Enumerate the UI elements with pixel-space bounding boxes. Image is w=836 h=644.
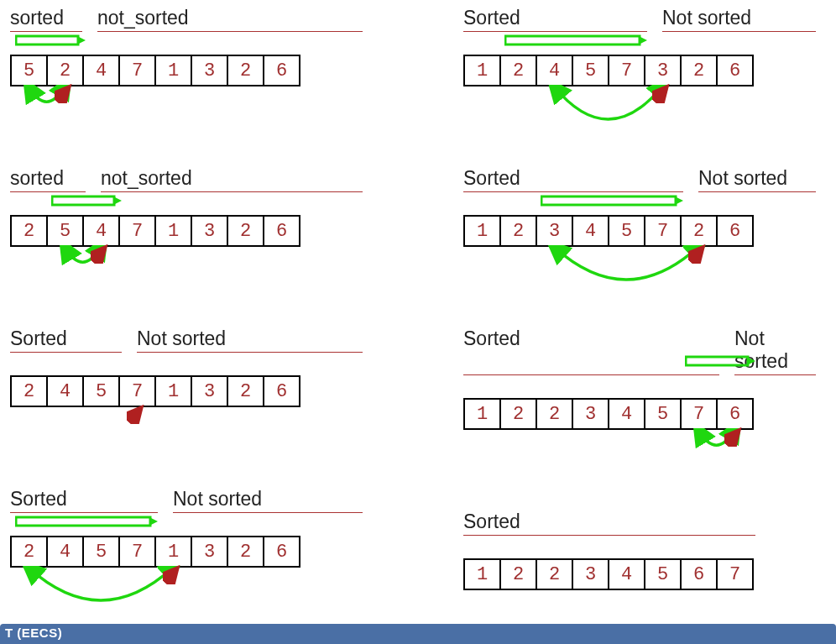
array-cell: 3	[191, 375, 228, 407]
below-arrows	[463, 247, 816, 284]
svg-rect-16	[686, 357, 748, 365]
advance-arrow-icon	[541, 194, 685, 207]
array-cell: 5	[644, 558, 682, 590]
step-labels: sorted not_sorted	[10, 167, 363, 190]
sorted-label: sorted	[10, 7, 79, 29]
array-cell: 5	[644, 398, 682, 430]
sorted-label: Sorted	[463, 510, 752, 533]
array-row: 12234567	[463, 558, 816, 590]
array-cell: 2	[10, 215, 48, 247]
advance-arrow-icon	[685, 354, 757, 368]
array-cell: 4	[536, 55, 573, 86]
left-column: sorted not_sorted 52471326	[10, 7, 363, 644]
step-labels: sorted not_sorted	[10, 7, 363, 29]
step-labels: Sorted Not sorted	[10, 327, 363, 350]
array-cell: 6	[263, 375, 300, 407]
array-cell: 7	[118, 55, 156, 86]
sort-step: sorted not_sorted 52471326	[10, 7, 363, 123]
sorted-label: Sorted	[463, 327, 716, 373]
array-cell: 5	[82, 536, 120, 568]
svg-line-9	[166, 569, 176, 581]
sort-step: Sorted Not sorted 24571326	[10, 488, 363, 605]
sorted-label: sorted	[10, 167, 82, 190]
step-labels: Sorted Not sorted	[463, 327, 816, 373]
array-cell: 4	[46, 536, 84, 568]
array-cell: 7	[118, 375, 156, 407]
array-cell: 2	[499, 215, 537, 247]
sorted-label: Sorted	[10, 327, 118, 350]
array-cell: 7	[608, 55, 645, 86]
current-pointer-icon	[55, 83, 75, 103]
not-sorted-label: Not sorted	[662, 7, 816, 29]
array-cell: 6	[263, 215, 300, 247]
advance-arrow-icon	[15, 34, 87, 47]
below-arrows	[10, 568, 363, 605]
current-pointer-icon	[91, 243, 111, 264]
array-cell: 4	[82, 55, 120, 86]
below-arrows	[463, 86, 816, 123]
array-cell: 1	[154, 536, 192, 568]
array-row: 24571326	[10, 375, 363, 407]
array-cell: 6	[716, 398, 754, 430]
array-cell: 1	[154, 375, 192, 407]
not-sorted-label: not_sorted	[101, 167, 363, 190]
not-sorted-label: Not sorted	[137, 327, 363, 350]
step-labels: Sorted	[463, 510, 816, 533]
sort-step: sorted not_sorted 25471326	[10, 167, 363, 284]
array-cell: 3	[644, 55, 682, 86]
array-cell: 3	[572, 398, 609, 430]
svg-line-12	[656, 88, 666, 100]
array-cell: 5	[572, 55, 609, 86]
svg-line-18	[728, 432, 738, 443]
sort-step: Sorted 12234567	[463, 510, 816, 590]
sorted-label: Sorted	[463, 167, 680, 190]
array-cell: 2	[10, 536, 48, 568]
footer-strip: T (EECS)	[0, 624, 836, 644]
array-cell: 2	[499, 55, 537, 86]
array-cell: 3	[191, 55, 228, 86]
array-cell: 7	[118, 215, 156, 247]
current-pointer-icon	[652, 83, 672, 103]
diagram-root: sorted not_sorted 52471326	[10, 7, 826, 644]
array-cell: 4	[82, 215, 120, 247]
swap-arc-icon	[16, 566, 185, 616]
step-labels: Sorted Not sorted	[10, 488, 363, 510]
array-cell: 7	[716, 558, 754, 590]
right-column: Sorted Not sorted 12457326	[463, 7, 816, 644]
sort-step: Sorted Not sorted 12234576	[463, 327, 816, 467]
below-arrows	[463, 430, 816, 467]
array-cell: 2	[680, 215, 718, 247]
array-cell: 6	[263, 55, 300, 86]
step-labels: Sorted Not sorted	[463, 167, 816, 190]
array-cell: 4	[572, 215, 609, 247]
not-sorted-label: Not sorted	[173, 488, 363, 510]
below-arrows	[10, 407, 363, 444]
array-cell: 2	[536, 398, 573, 430]
array-cell: 2	[499, 398, 537, 430]
array-cell: 2	[10, 375, 48, 407]
svg-rect-7	[16, 517, 150, 526]
array-cell: 7	[644, 215, 682, 247]
advance-arrow-icon	[51, 194, 123, 207]
advance-arrow-icon	[504, 34, 649, 47]
array-cell: 6	[716, 215, 754, 247]
current-pointer-icon	[127, 404, 147, 424]
svg-rect-13	[541, 196, 676, 205]
array-cell: 1	[154, 55, 192, 86]
array-cell: 6	[716, 55, 754, 86]
svg-rect-10	[505, 36, 640, 45]
array-cell: 2	[536, 558, 573, 590]
svg-line-15	[692, 249, 702, 260]
array-cell: 1	[463, 558, 501, 590]
swap-arc-icon	[541, 245, 711, 296]
array-cell: 4	[608, 558, 645, 590]
not-sorted-label: not_sorted	[97, 7, 363, 29]
not-sorted-label: Not sorted	[698, 167, 816, 190]
array-cell: 6	[680, 558, 718, 590]
array-cell: 2	[227, 55, 264, 86]
array-row: 25471326	[10, 215, 363, 247]
array-cell: 3	[536, 215, 573, 247]
array-cell: 1	[154, 215, 192, 247]
array-cell: 2	[227, 375, 264, 407]
array-cell: 2	[499, 558, 537, 590]
